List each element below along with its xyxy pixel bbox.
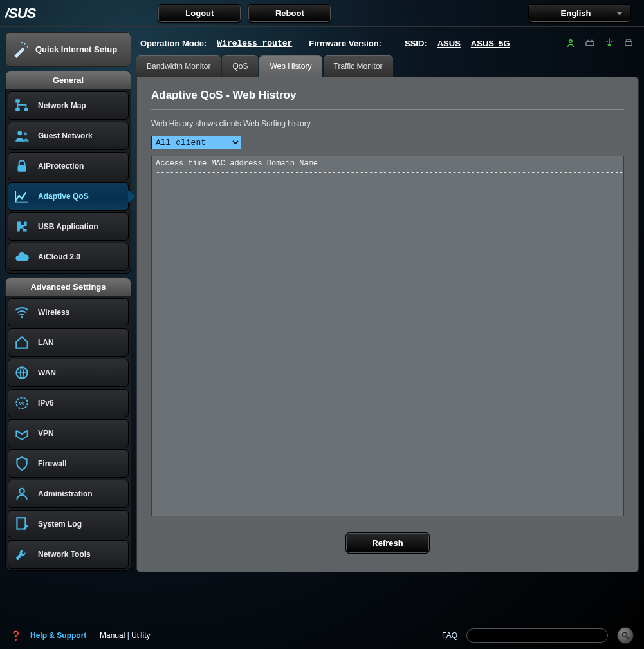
ssid-label: SSID: xyxy=(405,39,427,48)
op-mode-label: Operation Mode: xyxy=(140,39,207,48)
svg-point-17 xyxy=(609,38,610,39)
wifi-icon xyxy=(14,304,30,321)
printer-status-icon[interactable] xyxy=(622,37,635,49)
person-status-icon[interactable] xyxy=(564,37,577,49)
general-menu: Network Map Guest Network AiProtection A… xyxy=(5,89,131,274)
manual-link[interactable]: Manual xyxy=(100,631,125,640)
user-icon xyxy=(14,485,30,502)
content-panel: Adaptive QoS - Web Histroy Web History s… xyxy=(136,77,639,572)
asus-logo: /SUS xyxy=(5,5,35,22)
tab-qos[interactable]: QoS xyxy=(222,55,258,77)
quick-setup-label: Quick Internet Setup xyxy=(35,44,117,55)
ssid2-link[interactable]: ASUS_5G xyxy=(471,39,510,48)
reboot-button[interactable]: Reboot xyxy=(248,4,331,23)
sidebar-item-wan[interactable]: WAN xyxy=(8,359,129,387)
footer-links: Manual | Utility xyxy=(95,631,150,640)
tab-web-history[interactable]: Web History xyxy=(259,55,322,77)
sidebar-item-vpn[interactable]: VPN xyxy=(8,419,129,447)
web-history-output[interactable]: Access time MAC address Domain Name ----… xyxy=(151,156,624,516)
sidebar-item-label: Administration xyxy=(38,489,93,498)
vpn-icon xyxy=(14,425,30,442)
quick-internet-setup-button[interactable]: Quick Internet Setup xyxy=(5,32,131,67)
svg-point-7 xyxy=(24,132,27,135)
users-icon xyxy=(14,127,30,144)
ipv6-icon: v6 xyxy=(14,395,30,411)
language-dropdown[interactable]: English xyxy=(528,4,631,23)
sidebar-item-label: AiProtection xyxy=(38,162,84,171)
sidebar-item-label: Guest Network xyxy=(38,131,93,140)
sidebar-item-administration[interactable]: Administration xyxy=(8,480,129,508)
sidebar-item-label: Adaptive QoS xyxy=(38,192,89,201)
sidebar-item-label: VPN xyxy=(38,429,54,438)
router-status-icon[interactable] xyxy=(584,37,596,49)
sidebar-item-label: System Log xyxy=(38,520,82,529)
home-icon xyxy=(14,334,30,351)
svg-rect-19 xyxy=(627,39,630,42)
sidebar-item-label: Firewall xyxy=(38,459,67,468)
divider xyxy=(151,109,624,110)
svg-rect-5 xyxy=(24,108,28,111)
sidebar-item-label: IPv6 xyxy=(38,399,54,408)
sidebar-item-usb-application[interactable]: USB Application xyxy=(8,212,129,241)
svg-rect-3 xyxy=(15,99,20,102)
refresh-button[interactable]: Refresh xyxy=(345,532,429,554)
svg-rect-16 xyxy=(586,42,594,46)
sidebar-item-label: Network Map xyxy=(38,101,86,110)
sidebar-item-lan[interactable]: LAN xyxy=(8,328,129,357)
magic-wand-icon xyxy=(12,41,29,58)
sidebar-item-system-log[interactable]: System Log xyxy=(8,510,129,538)
tab-bandwidth-monitor[interactable]: Bandwidth Monitor xyxy=(136,55,221,77)
globe-icon xyxy=(14,364,30,381)
sidebar-item-network-tools[interactable]: Network Tools xyxy=(8,540,129,569)
fw-label: Firmware Version: xyxy=(309,39,382,48)
advanced-section-header: Advanced Settings xyxy=(5,277,131,296)
sidebar-item-aiprotection[interactable]: AiProtection xyxy=(8,152,129,180)
panel-title: Adaptive QoS - Web Histroy xyxy=(151,89,624,102)
sidebar-item-label: LAN xyxy=(38,338,54,347)
cloud-icon xyxy=(14,249,30,265)
shield-icon xyxy=(14,455,30,472)
svg-rect-8 xyxy=(18,165,26,172)
svg-point-6 xyxy=(17,131,22,135)
svg-rect-18 xyxy=(625,42,632,46)
search-icon xyxy=(621,631,630,640)
sidebar-item-label: WAN xyxy=(38,368,56,377)
client-filter-select[interactable]: All client xyxy=(151,136,241,149)
puzzle-icon xyxy=(14,218,30,235)
sidebar-item-aicloud[interactable]: AiCloud 2.0 xyxy=(8,243,129,271)
tab-traffic-monitor[interactable]: Traffic Monitor xyxy=(324,55,393,77)
svg-point-20 xyxy=(622,632,627,637)
op-mode-link[interactable]: Wireless router xyxy=(217,39,292,48)
svg-point-13 xyxy=(19,489,24,494)
sidebar-item-label: Network Tools xyxy=(38,550,91,559)
sidebar-item-firewall[interactable]: Firewall xyxy=(8,449,129,478)
faq-label: FAQ xyxy=(442,631,457,640)
network-map-icon xyxy=(14,97,30,114)
lock-icon xyxy=(14,158,30,174)
faq-search-button[interactable] xyxy=(617,627,634,644)
sidebar-item-network-map[interactable]: Network Map xyxy=(8,91,129,120)
sidebar-item-adaptive-qos[interactable]: Adaptive QoS xyxy=(8,182,129,211)
logout-button[interactable]: Logout xyxy=(158,4,241,23)
usb-status-icon[interactable] xyxy=(603,37,616,49)
sidebar-item-wireless[interactable]: Wireless xyxy=(8,298,129,326)
help-support-label: Help & Support xyxy=(30,631,86,640)
chart-line-icon xyxy=(14,188,30,205)
sidebar-item-guest-network[interactable]: Guest Network xyxy=(8,122,129,150)
sidebar-item-label: Wireless xyxy=(38,308,69,317)
sidebar-item-ipv6[interactable]: v6 IPv6 xyxy=(8,389,129,417)
utility-link[interactable]: Utility xyxy=(131,631,150,640)
svg-point-1 xyxy=(27,46,28,48)
general-section-header: General xyxy=(5,71,131,89)
panel-description: Web History shows clients Web Surfing hi… xyxy=(151,119,624,128)
advanced-menu: Wireless LAN WAN v6 IPv6 VPN xyxy=(5,296,131,571)
help-icon: ❓ xyxy=(10,630,21,641)
status-bar: Operation Mode: Wireless router Firmware… xyxy=(136,32,639,55)
svg-point-15 xyxy=(569,40,573,43)
svg-rect-14 xyxy=(17,518,25,529)
faq-search-input[interactable] xyxy=(466,628,608,643)
ssid1-link[interactable]: ASUS xyxy=(437,39,461,48)
sidebar-item-label: USB Application xyxy=(38,222,98,231)
svg-point-2 xyxy=(21,42,23,43)
svg-point-9 xyxy=(21,316,23,318)
